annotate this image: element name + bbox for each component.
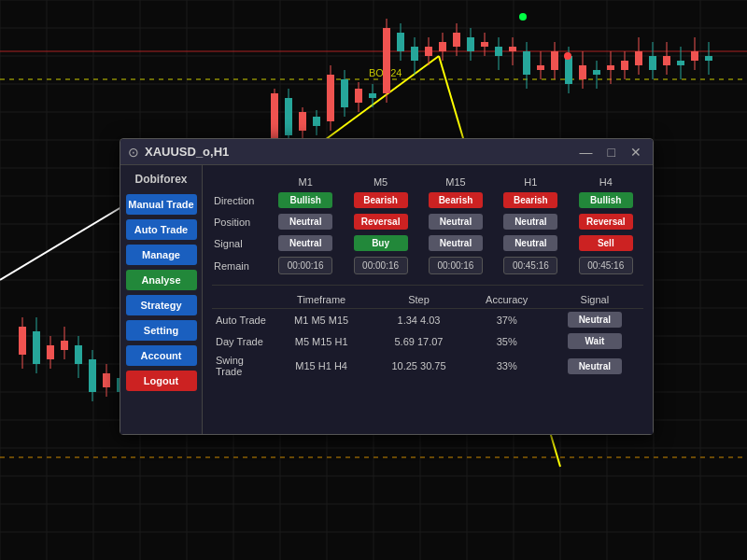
dir-cell-2-0: Neutral bbox=[268, 232, 343, 254]
lower-step-2: 10.25 30.75 bbox=[370, 352, 467, 380]
dir-cell-1-3: Neutral bbox=[493, 211, 568, 232]
dir-cell-2-2: Neutral bbox=[418, 232, 493, 254]
account-button[interactable]: Account bbox=[126, 345, 197, 366]
col-h1: H1 bbox=[493, 175, 568, 189]
title-bar: ⊙ XAUUSD_o,H1 — □ ✕ bbox=[120, 139, 653, 165]
minimize-button[interactable]: — bbox=[576, 145, 597, 160]
dir-cell-0-0: Bullish bbox=[268, 189, 343, 211]
col-m1: M1 bbox=[268, 175, 343, 189]
dir-cell-1-1: Reversal bbox=[343, 211, 417, 232]
dir-cell-2-1: Buy bbox=[343, 232, 417, 254]
lower-signal-1: Wait bbox=[546, 330, 643, 352]
lower-col-step: Step bbox=[370, 291, 467, 309]
trading-panel: ⊙ XAUUSD_o,H1 — □ ✕ Dobiforex Manual Tra… bbox=[120, 138, 654, 435]
dir-cell-0-3: Bearish bbox=[493, 189, 568, 211]
col-h4: H4 bbox=[569, 175, 643, 189]
lower-timeframe-2: M15 H1 H4 bbox=[273, 352, 370, 380]
dir-cell-3-4: 00:45:16 bbox=[569, 254, 643, 277]
lower-table: Timeframe Step Accuracy Signal Auto Trad… bbox=[212, 291, 643, 380]
dir-cell-3-0: 00:00:16 bbox=[268, 254, 343, 277]
dir-cell-2-4: Sell bbox=[569, 232, 643, 254]
dir-cell-1-2: Neutral bbox=[418, 211, 493, 232]
strategy-button[interactable]: Strategy bbox=[126, 295, 197, 315]
brand-label: Dobiforex bbox=[134, 173, 187, 186]
manual-trade-button[interactable]: Manual Trade bbox=[126, 194, 197, 215]
col-m5: M5 bbox=[343, 175, 417, 189]
dir-cell-0-1: Bearish bbox=[343, 189, 417, 211]
lower-col-signal: Signal bbox=[546, 291, 643, 309]
window-body: Dobiforex Manual Trade Auto Trade Manage… bbox=[120, 165, 653, 434]
title-left: ⊙ XAUUSD_o,H1 bbox=[128, 145, 229, 160]
lower-col-timeframe: Timeframe bbox=[273, 291, 370, 309]
lower-accuracy-0: 37% bbox=[468, 309, 546, 331]
direction-table: M1 M5 M15 H1 H4 DirectionBullishBearishB… bbox=[212, 175, 643, 277]
dir-cell-3-3: 00:45:16 bbox=[493, 254, 568, 277]
window-icon: ⊙ bbox=[128, 145, 139, 160]
dir-cell-3-2: 00:00:16 bbox=[418, 254, 493, 277]
dir-cell-0-2: Bearish bbox=[418, 189, 493, 211]
lower-signal-0: Neutral bbox=[546, 309, 643, 331]
lower-accuracy-1: 35% bbox=[468, 330, 546, 352]
logout-button[interactable]: Logout bbox=[126, 371, 197, 391]
dir-row-label-2: Signal bbox=[212, 232, 268, 254]
maximize-button[interactable]: □ bbox=[604, 145, 619, 160]
title-controls: — □ ✕ bbox=[576, 145, 645, 160]
lower-timeframe-0: M1 M5 M15 bbox=[273, 309, 370, 331]
manage-button[interactable]: Manage bbox=[126, 245, 197, 265]
close-button[interactable]: ✕ bbox=[627, 145, 645, 160]
dir-cell-1-0: Neutral bbox=[268, 211, 343, 232]
window-title: XAUUSD_o,H1 bbox=[145, 145, 229, 159]
lower-label-2: Swing Trade bbox=[212, 352, 273, 380]
lower-timeframe-1: M5 M15 H1 bbox=[273, 330, 370, 352]
lower-signal-2: Neutral bbox=[546, 352, 643, 380]
dir-row-label-1: Position bbox=[212, 211, 268, 232]
lower-step-0: 1.34 4.03 bbox=[370, 309, 467, 331]
lower-col-label bbox=[212, 291, 273, 309]
auto-trade-button[interactable]: Auto Trade bbox=[126, 219, 197, 240]
setting-button[interactable]: Setting bbox=[126, 320, 197, 341]
dir-row-label-3: Remain bbox=[212, 254, 268, 277]
lower-label-1: Day Trade bbox=[212, 330, 273, 352]
dir-row-label-0: Direction bbox=[212, 189, 268, 211]
lower-row-0: Auto TradeM1 M5 M151.34 4.0337%Neutral bbox=[212, 309, 643, 331]
sidebar: Dobiforex Manual Trade Auto Trade Manage… bbox=[120, 165, 203, 434]
main-content: M1 M5 M15 H1 H4 DirectionBullishBearishB… bbox=[203, 165, 653, 434]
lower-step-1: 5.69 17.07 bbox=[370, 330, 467, 352]
dir-cell-3-1: 00:00:16 bbox=[343, 254, 417, 277]
dir-cell-2-3: Neutral bbox=[493, 232, 568, 254]
lower-row-2: Swing TradeM15 H1 H410.25 30.7533%Neutra… bbox=[212, 352, 643, 380]
divider bbox=[212, 285, 643, 286]
lower-accuracy-2: 33% bbox=[468, 352, 546, 380]
col-m15: M15 bbox=[418, 175, 493, 189]
lower-row-1: Day TradeM5 M15 H15.69 17.0735%Wait bbox=[212, 330, 643, 352]
dir-cell-1-4: Reversal bbox=[569, 211, 643, 232]
dir-cell-0-4: Bullish bbox=[569, 189, 643, 211]
lower-col-accuracy: Accuracy bbox=[468, 291, 546, 309]
lower-label-0: Auto Trade bbox=[212, 309, 273, 331]
analyse-button[interactable]: Analyse bbox=[126, 270, 197, 290]
